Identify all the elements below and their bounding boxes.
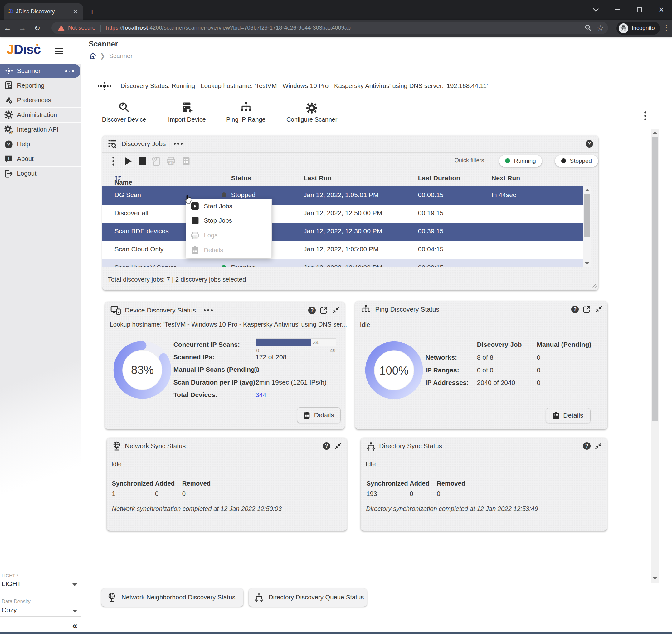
ping-open-icon[interactable]: [583, 306, 591, 313]
jobs-table-scrollbar[interactable]: [583, 187, 591, 267]
forward-icon[interactable]: →: [15, 24, 30, 32]
directory-sync-note: Directory synchronization completed at 1…: [366, 505, 538, 512]
start-jobs-icon[interactable]: [123, 156, 134, 167]
sidebar-item-reporting[interactable]: Reporting: [0, 78, 81, 93]
ping-discovery-icon: [361, 304, 371, 314]
home-icon[interactable]: [89, 52, 96, 59]
menu-item-stop-jobs[interactable]: Stop Jobs: [186, 213, 271, 228]
stop-jobs-icon[interactable]: [137, 156, 148, 167]
browser-tab[interactable]: JD JDisc Discovery ✕: [4, 3, 83, 20]
directory-sync-card: Directory Sync Status ? Idle Synchronize…: [361, 438, 607, 531]
column-last-duration[interactable]: Last Duration: [418, 174, 460, 182]
menu-item-details[interactable]: Details: [186, 243, 271, 257]
job-row-discover-all[interactable]: Discover all Jan 12, 2022, 12:50:00 PM 0…: [102, 204, 584, 223]
network-sync-collapse-icon[interactable]: [334, 442, 341, 449]
reload-icon[interactable]: ↻: [30, 24, 45, 32]
filter-running-pill[interactable]: Running: [499, 155, 542, 167]
running-dot-icon: [505, 158, 510, 163]
tab-search-icon[interactable]: [585, 8, 607, 11]
logs-menu-icon: LOG: [191, 231, 199, 240]
job-row-scan-bde[interactable]: Scan BDE devices Jan 12, 2022, 12:30:00 …: [102, 223, 584, 241]
breadcrumb: ❯ Scanner: [89, 52, 133, 59]
ping-row-value: 0 of 0: [477, 366, 494, 374]
maximize-button[interactable]: [629, 7, 650, 12]
jobs-table-header: Name Status Last Run Last Duration Next …: [102, 170, 598, 187]
jobs-kebab-icon[interactable]: [108, 156, 119, 167]
new-tab-button[interactable]: +: [90, 7, 95, 16]
density-select-value[interactable]: Cozy: [2, 606, 17, 614]
device-open-icon[interactable]: [320, 307, 328, 314]
job-row-dg-scan[interactable]: DG Scan Stopped Jan 12, 2022, 1:05:01 PM…: [102, 187, 584, 204]
device-card-menu-icon[interactable]: [204, 309, 214, 311]
total-devices-link[interactable]: 344: [256, 391, 266, 398]
network-neighborhood-button[interactable]: Network Neighborhood Discovery Status: [101, 588, 243, 606]
ping-help-icon[interactable]: ?: [571, 306, 579, 313]
theme-caret-icon[interactable]: [72, 584, 77, 586]
ping-collapse-icon[interactable]: [595, 306, 602, 313]
network-sync-help-icon[interactable]: ?: [323, 442, 330, 450]
sync-column: Removed: [182, 480, 211, 487]
menu-item-logs[interactable]: LOG Logs: [186, 228, 271, 243]
job-row-scan-cloud[interactable]: Scan Cloud Only Jan 12, 2022, 1:05:00 PM…: [102, 241, 584, 259]
sidebar-item-administration[interactable]: Administration: [0, 107, 81, 122]
directory-sync-collapse-icon[interactable]: [595, 442, 602, 449]
integration-api-icon: API: [4, 125, 14, 135]
browser-menu-icon[interactable]: ⋮: [663, 24, 670, 31]
main-scrollbar[interactable]: [651, 129, 658, 583]
sidebar-item-label: Help: [17, 141, 30, 148]
jdisc-logo: JDısc: [6, 42, 41, 57]
sidebar-item-logout[interactable]: Logout: [0, 167, 81, 181]
minimize-button[interactable]: [607, 9, 629, 10]
jobs-card-menu-icon[interactable]: [174, 143, 184, 145]
discover-device-button[interactable]: Discover Device: [102, 100, 146, 123]
jobs-help-icon[interactable]: ?: [585, 140, 593, 147]
discovery-status-row: Discovery Status: Running - Lookup hostn…: [96, 80, 488, 92]
sidebar-collapse-icon[interactable]: «: [72, 620, 77, 631]
zoom-out-icon[interactable]: [585, 24, 592, 31]
url-text[interactable]: https://localhost:4200/scanner/scanner-o…: [106, 25, 580, 31]
main-content: Scanner ❯ Scanner Discovery Status: Runn…: [81, 37, 672, 634]
back-icon[interactable]: ←: [0, 24, 15, 32]
column-name[interactable]: Name: [115, 174, 121, 182]
ping-row-label: Networks:: [426, 353, 457, 361]
job-row-scan-hyperv[interactable]: Scan Hyper V Server Running Jan 12, 2022…: [102, 259, 584, 267]
ping-col-header: Discovery Job: [477, 341, 522, 348]
sync-value: 0: [182, 490, 186, 497]
close-button[interactable]: ✕: [650, 6, 672, 14]
sidebar-item-scanner[interactable]: Scanner: [0, 64, 80, 78]
resize-grip-icon[interactable]: [592, 284, 597, 289]
device-details-button[interactable]: Details: [297, 407, 341, 423]
column-last-run[interactable]: Last Run: [304, 174, 332, 182]
device-help-icon[interactable]: ?: [308, 307, 316, 314]
browser-window: JD JDisc Discovery ✕ + ✕ ← → ↻ Not secur…: [0, 0, 672, 634]
sidebar-item-preferences[interactable]: Preferences: [0, 93, 81, 107]
device-collapse-icon[interactable]: [332, 307, 339, 314]
sidebar-item-label: Scanner: [17, 67, 41, 75]
density-caret-icon[interactable]: [72, 610, 77, 612]
bookmark-star-icon[interactable]: ☆: [597, 24, 603, 32]
sidebar-item-about[interactable]: i About: [0, 152, 81, 167]
configure-scanner-button[interactable]: Configure Scanner: [286, 100, 337, 123]
directory-queue-button[interactable]: Directory Discovery Queue Status: [249, 588, 367, 606]
menu-item-start-jobs[interactable]: Start Jobs: [186, 199, 271, 213]
sidebar-item-help[interactable]: ? Help: [0, 137, 81, 152]
tab-close-icon[interactable]: ✕: [71, 8, 79, 15]
discovery-status-icon: [96, 80, 113, 92]
import-device-button[interactable]: Import Device: [168, 100, 206, 123]
theme-select-value[interactable]: LIGHT: [2, 580, 21, 588]
column-status[interactable]: Status: [231, 174, 251, 182]
column-next-run[interactable]: Next Run: [491, 174, 520, 182]
directory-sync-help-icon[interactable]: ?: [583, 442, 591, 450]
theme-select-label: LIGHT *: [2, 573, 18, 578]
sidebar-item-integration-api[interactable]: API Integration API: [0, 123, 81, 137]
discovery-jobs-card: Discovery Jobs ? LOG Quick filters: Runn…: [102, 135, 598, 290]
address-bar[interactable]: Not secure | https://localhost:4200/scan…: [51, 22, 608, 34]
hamburger-menu-icon[interactable]: [55, 48, 64, 56]
ping-details-button[interactable]: Details: [546, 408, 591, 423]
filter-stopped-pill[interactable]: Stopped: [555, 155, 598, 167]
not-secure-label[interactable]: Not secure: [68, 25, 95, 31]
ping-ip-range-button[interactable]: Ping IP Range: [226, 100, 265, 123]
toolbar-kebab-icon[interactable]: [644, 111, 646, 121]
discovery-status-text: Discovery Status: Running - Lookup hostn…: [120, 82, 488, 90]
quick-filters-label: Quick filters:: [455, 157, 486, 164]
